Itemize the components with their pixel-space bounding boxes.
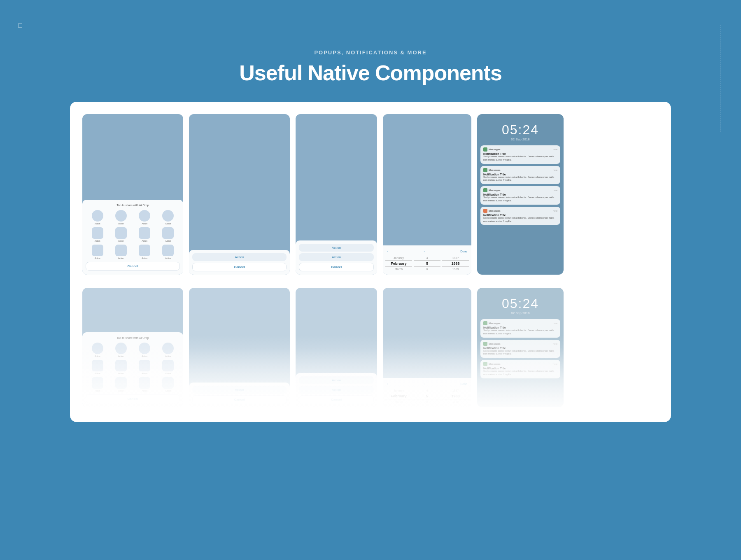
action-sheet-r2: Action Cancel [189,383,290,407]
icon-item: Action [139,245,150,259]
date-picker-r4: ‹ › Done January February March 4 5 [383,378,471,407]
icon-item-r: Action [115,377,127,392]
action-sheet-bottom-r1: Tap to share with AirDrop Action Action [82,332,183,407]
icon-label: Action [165,240,171,242]
picker-day-item: 4 [414,256,440,260]
notif-header-4: Messages now [483,209,557,213]
picker-item: 1987 [442,388,469,393]
picker-item: 4 [414,388,440,393]
notif-time-2: now [553,169,557,171]
icon-label-r: Action [95,355,100,357]
mockup-reflection-2: Action Cancel [189,288,290,407]
action-button-r2: Action [192,386,287,394]
picker-toolbar: ‹ › Done [385,249,469,254]
icon-item-r: Action [162,343,174,357]
notif-app-icon-4 [483,209,487,213]
icon-label-r: Action [165,372,171,375]
icon-label: Action [142,257,147,259]
picker-item: January [385,388,412,393]
cancel-button-3[interactable]: Cancel [299,263,374,271]
cancel-button-2[interactable]: Cancel [192,263,287,271]
picker-next-btn[interactable]: › [424,250,424,253]
picker-columns-r4: January February March 4 5 6 1987 1988 [385,388,469,404]
lockscreen-body-r5: 05:24 02 Sep 2018 Messages now Notificat… [477,288,564,407]
picker-prev-btn[interactable]: ‹ [387,250,388,253]
notif-app-name-3: Messages [489,189,501,191]
mockup-body-1: Tap to share with AirDrop Action Action [82,114,183,275]
picker-month-col: January February March [385,256,412,271]
icon-item-r: Action [139,360,150,375]
action-button-1[interactable]: Action [192,253,287,261]
notif-app-name-r3: Messages [489,363,501,365]
icon-label: Action [95,257,100,259]
icon-square-row-1: Action Action Action Action [86,227,180,242]
notif-time-1: now [553,148,557,151]
notif-app-row-1: Messages [483,147,501,152]
notif-time-r2: now [553,343,557,345]
icon-label-r: Action [95,372,100,375]
notification-card-r2: Messages now Notification Title Sed posu… [480,340,560,358]
icon-label: Action [95,240,100,242]
picker-month-item: January [385,256,412,260]
mockup-row-2: Tap to share with AirDrop Action Action [82,288,659,407]
picker-item: 1989 [442,399,469,404]
notif-app-row-r2: Messages [483,342,501,346]
mockup-actionsheet-1: Tap to share with AirDrop Action Action [82,114,183,275]
icon-item: Action [115,245,127,259]
notif-app-icon-r2 [483,342,487,346]
mockup-body-r1: Tap to share with AirDrop Action Action [82,288,183,407]
icon-label: Action [118,222,124,225]
notification-card-r3: Messages now Notification Title Sed posu… [480,360,560,378]
notif-app-name-2: Messages [489,169,501,171]
action-button-r3b: Action [299,386,374,394]
icon-label-r: Action [142,390,147,392]
page-header: POPUPS, NOTIFICATIONS & MORE Useful Nati… [0,0,741,85]
action-button-3[interactable]: Action [299,253,374,261]
notif-app-row-3: Messages [483,188,501,192]
action-sheet-3: Action Action Cancel [296,240,377,275]
picker-columns: January February March 4 5 6 1987 1988 [385,256,469,271]
icon-item: Action [162,227,174,242]
icon-square-row-2: Action Action Action Action [86,245,180,259]
mockup-body-r4: ‹ › Done January February March 4 5 [383,288,471,407]
icon-square-r [115,360,127,371]
notif-app-name-4: Messages [489,210,501,212]
picker-year-item: 1987 [442,256,469,260]
action-button-2[interactable]: Action [299,244,374,252]
icon-square [92,227,103,239]
cancel-button-r1: Cancel [86,394,180,403]
mockup-lockscreen-1: 05:24 02 Sep 2018 Messages now Notificat… [477,114,564,275]
mockup-actionsheet-2: Action Cancel [189,114,290,275]
icon-label-r: Action [142,372,147,375]
picker-done-btn[interactable]: Done [460,250,467,253]
icon-label: Action [165,222,171,225]
mockup-reflection-1: Tap to share with AirDrop Action Action [82,288,183,407]
icon-item: Action [92,227,103,242]
icon-item: Action [162,245,174,259]
notif-title-r2: Notification Title [483,347,557,350]
mockup-body-2: Action Cancel [189,114,290,275]
picker-item: 6 [414,399,440,404]
icon-circle-r [92,343,103,354]
page-title: Useful Native Components [0,61,741,85]
icon-item-r: Action [162,377,174,392]
notif-body-r1: Sed posuere consectetur est at lobortis.… [483,329,557,336]
cancel-button-1[interactable]: Cancel [86,262,180,271]
icon-square-r [115,377,127,389]
notif-app-icon-r1 [483,321,487,325]
notif-app-icon-2 [483,168,487,172]
mockup-body-r3: Action Action Cancel [296,288,377,407]
notif-app-icon-3 [483,188,487,192]
mockup-actionsheet-3: Action Action Cancel [296,114,377,275]
notif-app-name-r1: Messages [489,322,501,324]
icon-square-r [92,360,103,371]
icon-item-r: Action [92,377,103,392]
icon-item: Action [92,210,103,225]
mockup-body-r2: Action Cancel [189,288,290,407]
mockup-body-4: ‹ › Done January February March 4 5 [383,114,471,275]
icon-square [139,245,150,256]
notif-header-2: Messages now [483,168,557,172]
notif-title-3: Notification Title [483,193,557,196]
picker-day-item: 6 [414,267,440,271]
picker-month-item: March [385,267,412,271]
